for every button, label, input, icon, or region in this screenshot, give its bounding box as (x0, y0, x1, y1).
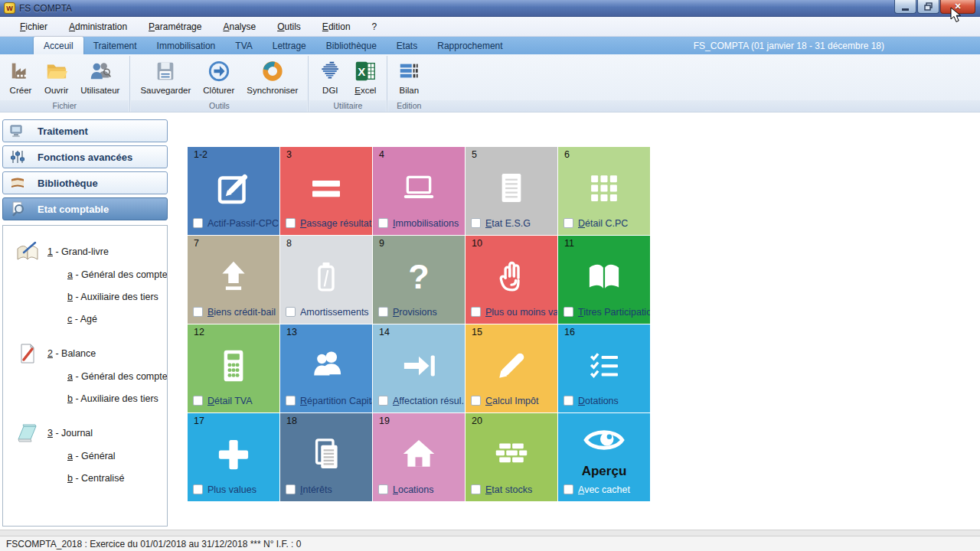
tree-subitem-journal-general[interactable]: a - Général (14, 445, 164, 467)
tile-checkbox[interactable] (193, 484, 203, 494)
minimize-button[interactable] (894, 0, 916, 14)
tile-label[interactable]: Répartition Capital (300, 396, 372, 406)
tile-label[interactable]: Dotations (578, 396, 619, 406)
tab-tva[interactable]: TVA (225, 37, 262, 54)
tab-immobilisation[interactable]: Immobilisation (147, 37, 226, 54)
tab-lettrage[interactable]: Lettrage (263, 37, 316, 54)
create-button[interactable]: Créer (3, 56, 38, 100)
tile-label[interactable]: Intérêts (300, 484, 332, 495)
tree-subitem-gl-auxiliaire[interactable]: b - Auxiliaire des tiers (14, 285, 164, 308)
avec-cachet-checkbox[interactable] (564, 484, 573, 494)
tile-dotations[interactable]: 16 Dotations (558, 324, 650, 412)
tree-subitem-bal-auxiliaire[interactable]: b - Auxiliaire des tiers (14, 387, 164, 409)
menu-analyse[interactable]: Analyse (212, 18, 266, 35)
tile-etat-stocks[interactable]: 20 Etat stocks (466, 413, 557, 501)
tree-subitem-journal-centralise[interactable]: b - Centralisé (14, 467, 164, 489)
tree-item-balance[interactable]: 2 - Balance (14, 342, 164, 365)
tab-bibliotheque[interactable]: Bibliothèque (316, 37, 387, 54)
tile-label[interactable]: Locations (393, 484, 434, 495)
tile-passage-resultat[interactable]: 3 Passage résultat (280, 147, 372, 235)
save-button[interactable]: Sauvegarder (134, 56, 197, 100)
sidebar-item-etat-comptable[interactable]: Etat comptable (2, 197, 168, 220)
tile-label[interactable]: Etat E.S.G (485, 218, 531, 229)
menu-administration[interactable]: Administration (58, 18, 138, 35)
tile-checkbox[interactable] (286, 307, 296, 317)
tree-subitem-gl-age[interactable]: c - Agé (14, 308, 164, 330)
tile-label[interactable]: Plus values (207, 484, 256, 495)
tile-detail-tva[interactable]: 12 Détail TVA (188, 324, 279, 412)
tile-plus-values[interactable]: 17 Plus values (188, 413, 279, 501)
tile-label[interactable]: Plus ou moins val (485, 307, 557, 318)
tile-label[interactable]: Détail TVA (207, 396, 253, 406)
restore-button[interactable] (917, 0, 939, 14)
tile-checkbox[interactable] (564, 307, 573, 317)
tab-rapprochement[interactable]: Rapprochement (427, 37, 512, 54)
menu-fichier[interactable]: Fichier (9, 18, 58, 35)
menu-outils[interactable]: Outils (266, 18, 312, 35)
tile-checkbox[interactable] (378, 396, 388, 406)
tree-item-journal[interactable]: 3 - Journal (14, 422, 164, 445)
sidebar-item-bibliotheque[interactable]: Bibliothèque (2, 171, 168, 194)
tree-item-grand-livre[interactable]: 1 - Grand-livre (14, 240, 164, 263)
sidebar-item-fonctions-avancees[interactable]: Fonctions avancées (2, 145, 168, 168)
menu-parametrage[interactable]: Paramétrage (138, 18, 212, 35)
excel-button[interactable]: X Excel (348, 56, 383, 100)
close-period-button[interactable]: Clôturer (197, 56, 240, 100)
tile-checkbox[interactable] (378, 307, 388, 317)
tile-label[interactable]: Affectation résul. (393, 396, 464, 406)
tile-repartition-capital[interactable]: 13 Répartition Capital (280, 324, 372, 412)
tile-titres-participation[interactable]: 11 Titres Participation (558, 236, 650, 324)
tile-immobilisations[interactable]: 4 Immobilisations (373, 147, 465, 235)
open-button[interactable]: Ouvrir (38, 56, 74, 100)
menu-edition[interactable]: Edition (312, 18, 361, 35)
tile-checkbox[interactable] (286, 484, 296, 494)
tree-subitem-gl-general[interactable]: a - Général des comptes (14, 263, 164, 285)
tile-checkbox[interactable] (286, 218, 296, 228)
sync-button[interactable]: Synchroniser (240, 56, 304, 100)
tile-provisions[interactable]: 9 ? Provisions (373, 236, 465, 324)
tile-checkbox[interactable] (471, 484, 481, 494)
tile-amortissements[interactable]: 8 Amortissements (280, 236, 372, 324)
tile-actif-passif-cpc[interactable]: 1-2 Actif-Passif-CPC (188, 147, 279, 235)
tile-biens-credit-bail[interactable]: 7 Biens crédit-bail (188, 236, 279, 324)
tile-locations[interactable]: 19 Locations (373, 413, 465, 501)
tile-label[interactable]: Etat stocks (485, 484, 532, 495)
tile-checkbox[interactable] (564, 396, 573, 406)
menu-help[interactable]: ? (361, 18, 388, 35)
tile-calcul-impot[interactable]: 15 Calcul Impôt (466, 324, 557, 412)
tile-label[interactable]: Biens crédit-bail (207, 307, 276, 318)
tile-checkbox[interactable] (286, 396, 296, 406)
tile-checkbox[interactable] (378, 484, 388, 494)
tile-checkbox[interactable] (193, 218, 203, 228)
tab-etats[interactable]: Etats (387, 37, 427, 54)
avec-cachet-label[interactable]: Avec cachet (578, 484, 630, 495)
tile-checkbox[interactable] (471, 307, 481, 317)
tile-label[interactable]: Passage résultat (300, 218, 371, 229)
tile-checkbox[interactable] (471, 396, 481, 406)
tile-label[interactable]: Calcul Impôt (485, 396, 538, 406)
tile-checkbox[interactable] (193, 396, 203, 406)
tile-label[interactable]: Amortissements (300, 307, 369, 318)
user-button[interactable]: Utilisateur (74, 56, 126, 100)
tab-traitement[interactable]: Traitement (83, 37, 147, 54)
tile-label[interactable]: Titres Participation (578, 307, 650, 318)
bilan-button[interactable]: Bilan (391, 56, 426, 100)
dgi-button[interactable]: DGI (312, 56, 348, 100)
tile-interets[interactable]: 18 Intérêts (280, 413, 372, 501)
tile-checkbox[interactable] (378, 218, 388, 228)
tile-detail-cpc[interactable]: 6 Détail C.PC (558, 147, 650, 235)
tile-label[interactable]: Immobilisations (393, 218, 459, 229)
tile-affectation-resul[interactable]: 14 Affectation résul. (373, 324, 465, 412)
tile-etat-esg[interactable]: 5 Etat E.S.G (466, 147, 557, 235)
tile-label[interactable]: Actif-Passif-CPC (207, 218, 279, 229)
tile-label[interactable]: Provisions (393, 307, 437, 318)
tree-subitem-bal-general[interactable]: a - Général des comptes (14, 365, 164, 387)
tile-checkbox[interactable] (193, 307, 203, 317)
tile-label[interactable]: Détail C.PC (578, 218, 628, 229)
tile-checkbox[interactable] (471, 218, 481, 228)
tile-apercu[interactable]: Aperçu Avec cachet (558, 413, 650, 501)
tile-plus-ou-moins-val[interactable]: 10 Plus ou moins val (466, 236, 557, 324)
tab-acceuil[interactable]: Acceuil (34, 37, 83, 54)
sidebar-item-traitement[interactable]: Traitement (2, 119, 168, 142)
tile-checkbox[interactable] (564, 218, 573, 228)
